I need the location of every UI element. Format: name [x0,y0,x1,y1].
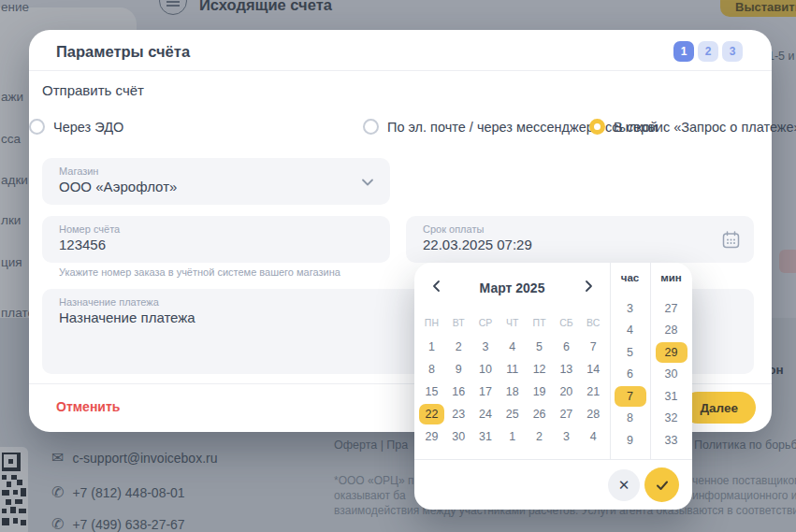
wizard-step[interactable]: 1 [673,41,694,62]
minute-option[interactable]: 29 [650,341,692,364]
shop-label: Магазин [59,165,373,177]
app-root: ажиссаадкилкицияплатеи услксение Исходящ… [0,0,796,532]
shop-select[interactable]: Магазин ООО «Аэрофлот» [42,158,390,205]
calendar-day[interactable]: 23 [445,403,472,425]
cancel-button[interactable]: Отменить [56,399,120,414]
weekday-header-row: ПНВТСРЧТПТСБВС [418,316,607,328]
radio-icon [363,119,379,135]
calendar-day[interactable]: 22 [418,403,445,425]
calendar-day[interactable]: 12 [526,358,553,381]
calendar-day[interactable]: 13 [553,358,580,381]
weekday-label: ПН [418,316,445,328]
hour-option[interactable]: 5 [610,341,650,364]
weekday-label: ВТ [445,316,472,328]
minute-option[interactable]: 32 [650,408,692,430]
chevron-down-icon [360,175,375,190]
calendar-day[interactable]: 31 [472,425,499,448]
weekday-label: СБ [553,316,580,328]
picker-cancel-button[interactable]: ✕ [608,469,640,501]
hour-option[interactable]: 9 [610,429,650,452]
hour-column-header: час [610,272,650,283]
calendar-day[interactable]: 10 [472,358,499,381]
calendar-day[interactable]: 1 [418,336,445,358]
datetime-picker-popup: Март 2025 ПНВТСРЧТПТСБВС 123456789101112… [414,263,692,510]
calendar-day[interactable]: 27 [553,403,580,425]
calendar-day[interactable]: 11 [499,358,526,381]
calendar-icon[interactable] [722,231,740,249]
weekday-label: ВС [580,316,607,328]
minute-option[interactable]: 33 [650,429,692,452]
hour-option[interactable]: 6 [610,364,650,386]
next-month-button[interactable] [577,276,600,298]
calendar-day[interactable]: 5 [526,336,553,358]
hour-list: 3456789 [610,297,650,452]
calendar-day[interactable]: 14 [580,358,607,381]
calendar-day[interactable]: 3 [553,425,580,448]
divider [29,70,772,71]
invoice-number-helper: Укажите номер заказа в учётной системе в… [59,266,340,278]
calendar-day[interactable]: 6 [553,336,580,358]
calendar-day[interactable]: 18 [499,381,526,403]
calendar-day[interactable]: 28 [580,403,607,425]
radio-label: Через ЭДО [53,120,123,135]
send-method-radio-group: По эл. почте / через мессенджер / ссылко… [29,119,772,141]
calendar-day[interactable]: 29 [418,425,445,448]
checkmark-icon [655,478,670,493]
minute-option[interactable]: 27 [650,297,692,320]
calendar-day[interactable]: 4 [580,425,607,448]
wizard-steps: 123 [673,41,743,62]
calendar-day[interactable]: 2 [445,336,472,358]
calendar-day[interactable]: 21 [580,381,607,403]
chevron-right-icon [582,280,595,293]
calendar-day[interactable]: 15 [418,381,445,403]
send-invoice-label: Отправить счёт [42,82,144,98]
minute-option[interactable]: 28 [650,320,692,342]
calendar-day[interactable]: 3 [472,336,499,358]
calendar-day[interactable]: 16 [445,381,472,403]
invoice-number-value: 123456 [59,237,373,252]
minute-option[interactable]: 30 [650,364,692,386]
weekday-label: СР [472,316,499,328]
calendar-day[interactable]: 7 [580,336,607,358]
calendar-day[interactable]: 9 [445,358,472,381]
calendar-day[interactable]: 2 [526,425,553,448]
calendar-day[interactable]: 30 [445,425,472,448]
shop-value: ООО «Аэрофлот» [59,179,373,194]
due-date-field[interactable]: Срок оплаты 22.03.2025 07:29 [406,216,754,263]
calendar-day[interactable]: 24 [472,403,499,425]
invoice-number-field[interactable]: Номер счёта 123456 [42,216,390,263]
calendar-day[interactable]: 1 [499,425,526,448]
hour-option[interactable]: 8 [610,408,650,430]
send-method-radio[interactable]: Через ЭДО [29,119,123,135]
picker-confirm-button[interactable] [644,467,679,502]
calendar-day[interactable]: 26 [526,403,553,425]
calendar-day-grid: 1234567891011121314151617181920212223242… [418,336,607,448]
hour-option[interactable]: 7 [610,385,650,408]
invoice-number-label: Номер счёта [59,223,373,235]
due-date-label: Срок оплаты [423,223,737,235]
calendar-day[interactable]: 25 [499,403,526,425]
calendar-day[interactable]: 19 [526,381,553,403]
minute-list: 27282930313233 [650,297,692,452]
modal-title: Параметры счёта [56,43,190,61]
calendar-day[interactable]: 20 [553,381,580,403]
calendar-day[interactable]: 8 [418,358,445,381]
wizard-step[interactable]: 2 [698,41,718,62]
weekday-label: ЧТ [499,316,526,328]
weekday-label: ПТ [526,316,553,328]
radio-label: В сервис «Запрос о платеже» [614,120,796,135]
wizard-step[interactable]: 3 [722,41,743,62]
calendar-day[interactable]: 4 [499,336,526,358]
calendar-day[interactable]: 17 [472,381,499,403]
minute-option[interactable]: 31 [650,385,692,408]
next-button[interactable]: Далее [682,392,756,424]
hour-option[interactable]: 4 [610,320,650,342]
radio-icon [589,119,605,135]
divider [414,459,692,460]
minute-column-header: мин [650,272,692,283]
due-date-value: 22.03.2025 07:29 [423,237,737,252]
radio-icon [29,119,45,135]
send-method-radio[interactable]: В сервис «Запрос о платеже» [589,119,796,135]
hour-option[interactable]: 3 [610,297,650,320]
